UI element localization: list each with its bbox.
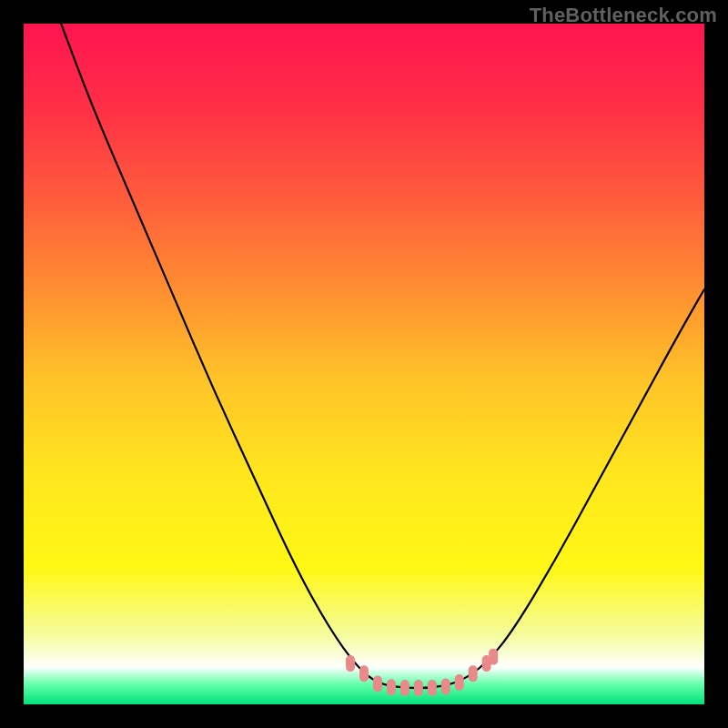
chart-stage: TheBottleneck.com xyxy=(0,0,728,728)
marker-dot xyxy=(469,665,478,682)
marker-dot xyxy=(346,655,355,672)
marker-dot xyxy=(387,679,396,695)
marker-dot xyxy=(489,649,498,665)
marker-dot xyxy=(373,676,382,693)
marker-dot xyxy=(428,680,437,696)
marker-dot xyxy=(359,665,369,682)
bottleneck-chart xyxy=(24,24,704,704)
watermark-text: TheBottleneck.com xyxy=(530,4,717,27)
marker-dot xyxy=(414,680,423,696)
marker-dot xyxy=(441,679,450,695)
marker-dot xyxy=(455,674,464,691)
chart-background xyxy=(24,24,704,704)
marker-dot xyxy=(400,680,410,696)
